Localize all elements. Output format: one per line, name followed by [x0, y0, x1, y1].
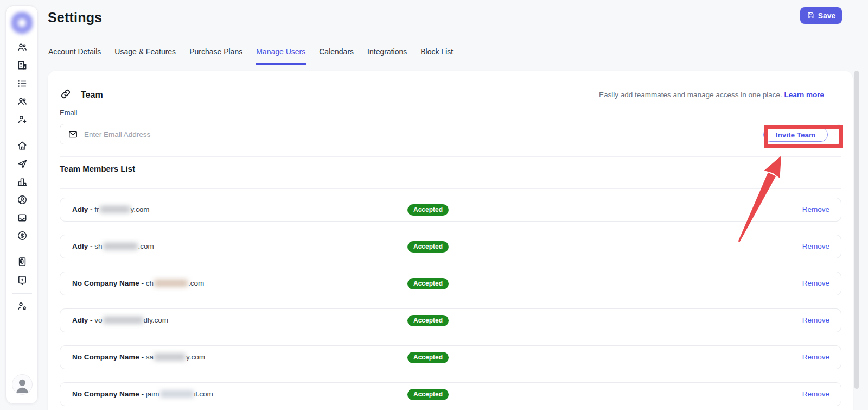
building-icon[interactable] — [17, 60, 28, 71]
member-company: Adly - — [72, 205, 94, 213]
save-button[interactable]: Save — [800, 7, 842, 24]
tab-purchase-plans[interactable]: Purchase Plans — [189, 46, 243, 65]
home-icon[interactable] — [17, 140, 28, 151]
status-badge: Accepted — [407, 315, 449, 326]
redacted-email-blur — [160, 390, 194, 398]
member-email-suffix: y.com — [186, 353, 205, 361]
remove-link[interactable]: Remove — [802, 279, 829, 287]
member-company: No Company Name - — [72, 353, 146, 361]
member-label: No Company Name - jaimil.com — [72, 390, 213, 398]
team-panel: Team Easily add teammates and manage acc… — [48, 71, 853, 410]
member-email-suffix: dly.com — [144, 316, 169, 324]
status-badge: Accepted — [407, 278, 449, 289]
member-email-prefix: sa — [146, 353, 154, 361]
team-member-row: Adly - vodly.com Accepted Remove — [60, 308, 841, 332]
team-member-row: No Company Name - jaimil.com Accepted Re… — [60, 382, 841, 406]
remove-link[interactable]: Remove — [802, 205, 829, 213]
member-email-prefix: vo — [94, 316, 102, 324]
email-input-row: Invite Team — [60, 124, 841, 144]
member-company: No Company Name - — [72, 279, 146, 287]
member-label: No Company Name - say.com — [72, 353, 205, 361]
tab-block-list[interactable]: Block List — [420, 46, 454, 65]
team-member-row: Adly - fry.com Accepted Remove — [60, 198, 841, 222]
sidebar-divider — [12, 249, 32, 249]
team-members-heading: Team Members List — [60, 164, 135, 173]
tab-account-details[interactable]: Account Details — [48, 46, 101, 65]
user-gear-icon[interactable] — [17, 301, 28, 312]
status-badge: Accepted — [407, 204, 449, 216]
inbox-icon[interactable] — [17, 212, 28, 223]
team-subtitle: Easily add teammates and manage access i… — [599, 91, 824, 99]
member-label: Adly - fry.com — [72, 205, 150, 213]
vertical-scrollbar[interactable] — [854, 71, 859, 389]
member-email-prefix: jaim — [146, 390, 159, 398]
page-title: Settings — [48, 10, 102, 26]
redacted-email-blur — [154, 354, 186, 361]
team-section-title: Team — [81, 90, 103, 100]
member-label: Adly - sh.com — [72, 242, 154, 250]
user-plus-icon[interactable] — [17, 114, 28, 125]
redacted-email-blur — [103, 317, 143, 324]
send-icon[interactable] — [17, 158, 28, 169]
status-badge: Accepted — [407, 389, 449, 400]
users-icon[interactable] — [17, 42, 28, 53]
member-label: No Company Name - ch.com — [72, 279, 204, 287]
settings-tabs: Account DetailsUsage & FeaturesPurchase … — [48, 46, 454, 65]
member-email-suffix: il.com — [194, 390, 213, 398]
member-email-suffix: .com — [188, 279, 204, 287]
redacted-email-blur — [103, 243, 138, 250]
member-email-prefix: ch — [146, 279, 154, 287]
dollar-circle-icon[interactable] — [17, 230, 28, 241]
sidebar-divider — [12, 293, 32, 294]
app-logo — [11, 11, 33, 35]
section-divider — [60, 188, 841, 189]
team-member-row: No Company Name - say.com Accepted Remov… — [60, 345, 841, 369]
team-icon[interactable] — [17, 96, 28, 107]
settings-page: Settings Save Account DetailsUsage & Fea… — [0, 0, 868, 410]
invite-team-button[interactable]: Invite Team — [763, 128, 828, 142]
sidebar — [5, 5, 38, 404]
member-company: Adly - — [72, 316, 94, 324]
tab-manage-users[interactable]: Manage Users — [256, 46, 306, 65]
status-badge: Accepted — [407, 352, 449, 363]
email-label: Email — [60, 109, 78, 117]
redacted-email-blur — [100, 206, 130, 213]
remove-link[interactable]: Remove — [802, 353, 829, 361]
envelope-icon — [68, 129, 78, 140]
list-icon[interactable] — [17, 78, 28, 89]
email-input[interactable] — [84, 125, 735, 143]
member-email-suffix: .com — [138, 242, 154, 250]
status-badge: Accepted — [407, 241, 449, 253]
message-star-icon[interactable] — [17, 275, 28, 286]
member-company: Adly - — [72, 242, 94, 250]
tab-usage-features[interactable]: Usage & Features — [114, 46, 176, 65]
member-email-suffix: y.com — [131, 205, 150, 213]
section-divider — [60, 156, 841, 157]
document-clip-icon[interactable] — [17, 256, 28, 267]
remove-link[interactable]: Remove — [802, 242, 829, 250]
redacted-email-blur — [154, 280, 188, 287]
tab-calendars[interactable]: Calendars — [318, 46, 354, 65]
save-icon — [807, 11, 815, 20]
member-email-prefix: fr — [94, 205, 99, 213]
link-icon — [60, 88, 72, 100]
learn-more-link[interactable]: Learn more — [784, 91, 824, 99]
member-label: Adly - vodly.com — [72, 316, 168, 324]
user-avatar[interactable] — [12, 374, 33, 395]
remove-link[interactable]: Remove — [802, 316, 829, 324]
save-button-label: Save — [818, 11, 836, 20]
remove-link[interactable]: Remove — [802, 390, 829, 398]
tab-integrations[interactable]: Integrations — [367, 46, 407, 65]
user-circle-icon[interactable] — [17, 194, 28, 205]
team-member-row: Adly - sh.com Accepted Remove — [60, 235, 841, 258]
member-company: No Company Name - — [72, 390, 146, 398]
member-email-prefix: sh — [94, 242, 102, 250]
bar-chart-icon[interactable] — [17, 176, 28, 187]
team-member-row: No Company Name - ch.com Accepted Remove — [60, 272, 841, 295]
sidebar-divider — [12, 133, 32, 133]
